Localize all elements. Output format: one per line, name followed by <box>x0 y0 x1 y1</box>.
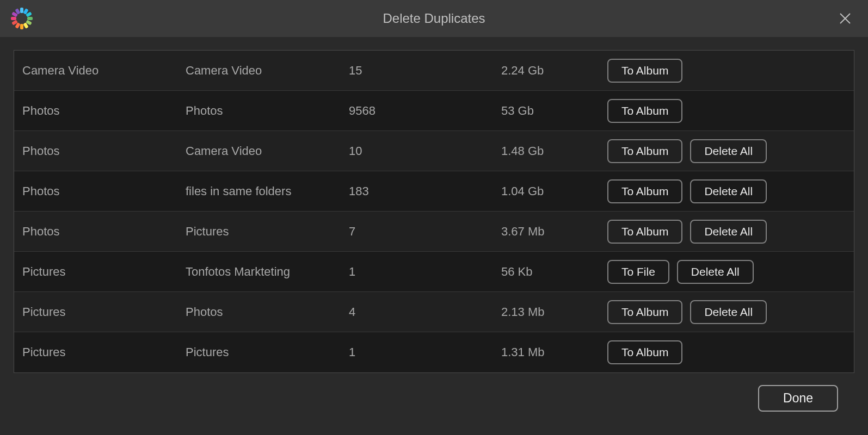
item-size: 1.48 Gb <box>501 144 607 158</box>
source-name: Pictures <box>22 345 186 359</box>
table-row: PicturesTonfotos Markteting156 KbTo File… <box>14 252 854 292</box>
target-name: Photos <box>186 104 349 118</box>
row-actions: To Album <box>607 59 846 83</box>
to-album-button[interactable]: To Album <box>607 340 682 364</box>
table-row: PhotosPhotos956853 GbTo Album <box>14 91 854 131</box>
table-row: PicturesPhotos42.13 MbTo AlbumDelete All <box>14 292 854 332</box>
target-name: Pictures <box>186 345 349 359</box>
table-row: PhotosPictures73.67 MbTo AlbumDelete All <box>14 212 854 252</box>
table-row: PicturesPictures11.31 MbTo Album <box>14 332 854 372</box>
duplicates-table: Camera VideoCamera Video152.24 GbTo Albu… <box>14 50 854 373</box>
row-actions: To AlbumDelete All <box>607 300 846 324</box>
row-actions: To AlbumDelete All <box>607 139 846 163</box>
delete-all-button[interactable]: Delete All <box>690 300 767 324</box>
to-album-button[interactable]: To Album <box>607 300 682 324</box>
item-count: 1 <box>349 265 501 279</box>
item-size: 1.04 Gb <box>501 184 607 198</box>
item-count: 10 <box>349 144 501 158</box>
window-title: Delete Duplicates <box>383 11 485 26</box>
item-size: 2.24 Gb <box>501 64 607 78</box>
item-count: 183 <box>349 184 501 198</box>
item-size: 56 Kb <box>501 265 607 279</box>
delete-all-button[interactable]: Delete All <box>677 260 754 284</box>
target-name: Pictures <box>186 225 349 239</box>
delete-all-button[interactable]: Delete All <box>690 139 767 163</box>
row-actions: To Album <box>607 340 846 364</box>
row-actions: To Album <box>607 99 846 123</box>
source-name: Photos <box>22 104 186 118</box>
dialog-content: Camera VideoCamera Video152.24 GbTo Albu… <box>0 37 868 422</box>
item-count: 7 <box>349 225 501 239</box>
svg-rect-3 <box>27 17 33 20</box>
target-name: Camera Video <box>186 144 349 158</box>
close-icon <box>839 12 852 25</box>
svg-rect-6 <box>20 24 23 29</box>
source-name: Pictures <box>22 305 186 319</box>
to-album-button[interactable]: To Album <box>607 99 682 123</box>
source-name: Photos <box>22 184 186 198</box>
target-name: Tonfotos Markteting <box>186 265 349 279</box>
item-count: 1 <box>349 345 501 359</box>
item-count: 9568 <box>349 104 501 118</box>
to-album-button[interactable]: To Album <box>607 220 682 244</box>
delete-all-button[interactable]: Delete All <box>690 220 767 244</box>
source-name: Camera Video <box>22 64 186 78</box>
app-logo-icon <box>10 7 34 30</box>
to-album-button[interactable]: To Album <box>607 179 682 203</box>
dialog-footer: Done <box>14 373 854 412</box>
source-name: Photos <box>22 225 186 239</box>
target-name: files in same folders <box>186 184 349 198</box>
item-count: 15 <box>349 64 501 78</box>
item-size: 53 Gb <box>501 104 607 118</box>
item-count: 4 <box>349 305 501 319</box>
table-row: Camera VideoCamera Video152.24 GbTo Albu… <box>14 51 854 91</box>
to-album-button[interactable]: To File <box>607 260 669 284</box>
close-button[interactable] <box>839 12 852 25</box>
to-album-button[interactable]: To Album <box>607 59 682 83</box>
item-size: 3.67 Mb <box>501 225 607 239</box>
row-actions: To AlbumDelete All <box>607 220 846 244</box>
item-size: 1.31 Mb <box>501 345 607 359</box>
row-actions: To AlbumDelete All <box>607 179 846 203</box>
item-size: 2.13 Mb <box>501 305 607 319</box>
source-name: Photos <box>22 144 186 158</box>
source-name: Pictures <box>22 265 186 279</box>
row-actions: To FileDelete All <box>607 260 846 284</box>
window-header: Delete Duplicates <box>0 0 868 37</box>
target-name: Camera Video <box>186 64 349 78</box>
to-album-button[interactable]: To Album <box>607 139 682 163</box>
table-row: Photosfiles in same folders1831.04 GbTo … <box>14 171 854 212</box>
target-name: Photos <box>186 305 349 319</box>
svg-rect-9 <box>11 17 16 20</box>
delete-all-button[interactable]: Delete All <box>690 179 767 203</box>
done-button[interactable]: Done <box>758 385 838 412</box>
svg-rect-0 <box>20 8 23 13</box>
table-row: PhotosCamera Video101.48 GbTo AlbumDelet… <box>14 131 854 171</box>
